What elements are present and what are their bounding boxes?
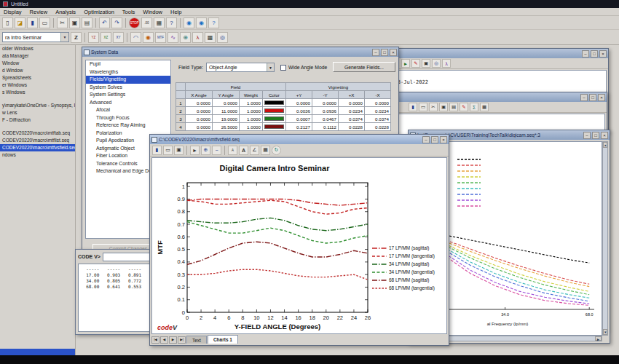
- vertical-scrollbar[interactable]: ▲ ▼: [602, 141, 608, 336]
- window-titlebar[interactable]: C:\CODEV20220\macro\mtfvsfield.seq–□×: [150, 135, 449, 144]
- tab-text[interactable]: Text: [186, 336, 207, 344]
- maximize-button[interactable]: □: [589, 94, 596, 101]
- tab-charts-1[interactable]: Charts 1: [208, 335, 238, 344]
- copy-icon[interactable]: ▣: [69, 17, 80, 28]
- scroll-right-icon[interactable]: ▶: [595, 336, 602, 341]
- close-button[interactable]: ×: [601, 132, 608, 139]
- field-color-swatch[interactable]: [264, 124, 284, 129]
- field-color-swatch[interactable]: [264, 108, 284, 113]
- chevron-down-icon[interactable]: ▼: [267, 63, 274, 71]
- sum-icon[interactable]: Σ: [470, 103, 478, 111]
- sidebar-item[interactable]: CODEV20220\macro\mtftab.seq: [0, 130, 75, 137]
- generate-fields-button[interactable]: Generate Fields...: [333, 62, 395, 72]
- tab-nav-icon[interactable]: ◀: [160, 336, 168, 344]
- help-icon[interactable]: ?: [166, 17, 177, 28]
- copy-icon[interactable]: ▣: [174, 146, 184, 155]
- minimize-button[interactable]: –: [580, 94, 588, 101]
- print-icon[interactable]: ▭: [419, 103, 427, 111]
- system-data-tree-item[interactable]: Advanced: [86, 99, 170, 107]
- new-file-icon[interactable]: ▯: [2, 17, 13, 28]
- xy-view-button[interactable]: XY: [113, 32, 124, 43]
- redo-icon[interactable]: ↷: [111, 17, 122, 28]
- paste-icon[interactable]: ▤: [82, 17, 92, 28]
- system-data-tree-item[interactable]: Afocal: [86, 106, 170, 114]
- menu-review[interactable]: Review: [30, 9, 48, 15]
- sidebar-item[interactable]: w Lens: [0, 109, 75, 116]
- minimize-button[interactable]: –: [372, 49, 379, 56]
- menu-display[interactable]: Display: [4, 9, 22, 15]
- zoom-out-icon[interactable]: −: [212, 146, 221, 155]
- system-data-tree-item[interactable]: Fields/Vignetting: [86, 76, 170, 84]
- field-color-swatch[interactable]: [264, 116, 284, 121]
- undo-icon[interactable]: ↶: [99, 17, 110, 28]
- edit-icon[interactable]: ✎: [460, 103, 468, 111]
- system-data-tree-item[interactable]: Wavelengths: [86, 68, 170, 76]
- open-folder-icon[interactable]: ◪: [15, 17, 25, 28]
- sidebar-item[interactable]: er Windows: [0, 82, 75, 89]
- z-axis-button[interactable]: Z: [71, 32, 82, 43]
- wavefront-icon[interactable]: ∿: [167, 32, 178, 43]
- system-data-tree-item[interactable]: System Solves: [86, 84, 170, 92]
- calculator-icon[interactable]: ▦: [154, 17, 165, 28]
- minimize-button[interactable]: –: [422, 136, 430, 143]
- field-icon[interactable]: ⊕: [180, 32, 191, 43]
- menu-window[interactable]: Window: [143, 9, 162, 15]
- refresh-icon[interactable]: ↻: [272, 146, 281, 155]
- copy-icon[interactable]: ▣: [439, 103, 448, 111]
- text-large-icon[interactable]: A: [239, 146, 248, 155]
- eye-icon[interactable]: ◉: [184, 17, 194, 28]
- cut-icon[interactable]: ✂: [429, 103, 438, 111]
- chevron-down-icon[interactable]: ▼: [60, 33, 68, 41]
- aperture-icon[interactable]: ◎: [217, 32, 228, 43]
- maximize-button[interactable]: □: [381, 49, 388, 56]
- window-titlebar[interactable]: System Data–□×: [82, 47, 398, 57]
- paste-icon[interactable]: ▤: [449, 103, 458, 111]
- run-icon[interactable]: ►: [401, 59, 410, 68]
- spot-diagram-icon[interactable]: ◉: [143, 32, 154, 43]
- app-titlebar[interactable]: Untitled: [0, 0, 619, 8]
- whats-this-icon[interactable]: ?: [208, 17, 219, 28]
- field-type-select[interactable]: Object Angle ▼: [206, 63, 275, 72]
- wide-angle-checkbox[interactable]: [280, 65, 286, 71]
- sidebar-item[interactable]: d Window: [0, 67, 75, 74]
- system-data-tree-item[interactable]: Pupil: [86, 60, 170, 68]
- system-data-tree-item[interactable]: Through Focus: [86, 114, 170, 122]
- tab-nav-icon[interactable]: |◀: [151, 336, 159, 344]
- table-row[interactable]: 40.000026.50001.00000.21270.11120.02280.…: [176, 123, 391, 131]
- scroll-up-icon[interactable]: ▲: [603, 142, 607, 148]
- table-row[interactable]: 10.00000.00001.00000.00000.00000.00000.0…: [176, 99, 391, 107]
- field-color-swatch[interactable]: [264, 100, 284, 105]
- sidebar-item[interactable]: older Windows: [0, 45, 75, 52]
- minimize-button[interactable]: –: [582, 50, 589, 58]
- sidebar-item[interactable]: CODEV20220\macro\mtflist.seq: [0, 137, 75, 144]
- print-icon[interactable]: ▭: [163, 146, 173, 155]
- close-button[interactable]: ×: [598, 94, 605, 101]
- menu-analysis[interactable]: Analysis: [55, 9, 76, 15]
- maximize-button[interactable]: □: [591, 50, 598, 58]
- grid-icon[interactable]: ▦: [261, 146, 270, 155]
- save-icon[interactable]: ▮: [152, 146, 162, 155]
- sidebar-bottom-selection[interactable]: [0, 349, 75, 355]
- minimize-button[interactable]: –: [583, 132, 591, 139]
- sidebar-item[interactable]: ndows: [0, 151, 75, 159]
- sidebar-item[interactable]: F - Diffraction: [0, 116, 75, 124]
- fields-table[interactable]: FieldVignettingX AngleY AngleWeightColor…: [176, 82, 391, 131]
- save-icon[interactable]: ▮: [409, 103, 417, 111]
- decimal-icon[interactable]: .00: [141, 17, 152, 28]
- wavelength-icon[interactable]: λ: [192, 32, 203, 43]
- pointer-icon[interactable]: ►: [190, 146, 200, 155]
- draw-lens-icon[interactable]: ◠: [130, 32, 141, 43]
- close-button[interactable]: ×: [390, 49, 397, 56]
- table-row[interactable]: 30.000019.00001.00000.00070.04670.03740.…: [176, 115, 391, 123]
- scroll-down-icon[interactable]: ▼: [603, 329, 607, 335]
- menu-tools[interactable]: Tools: [122, 9, 135, 15]
- system-data-tree-item[interactable]: Reference Ray Aiming: [86, 122, 170, 130]
- stop-icon[interactable]: STOP: [129, 17, 140, 28]
- sidebar-item[interactable]: Spreadsheets: [0, 74, 75, 82]
- grid-icon[interactable]: ▦: [205, 32, 216, 43]
- system-data-tree-item[interactable]: System Settings: [86, 91, 170, 99]
- mtf-icon[interactable]: MTF: [155, 32, 166, 43]
- cut-icon[interactable]: ✂: [57, 17, 68, 28]
- text-small-icon[interactable]: A: [228, 146, 237, 155]
- menu-optimization[interactable]: Optimization: [84, 9, 114, 15]
